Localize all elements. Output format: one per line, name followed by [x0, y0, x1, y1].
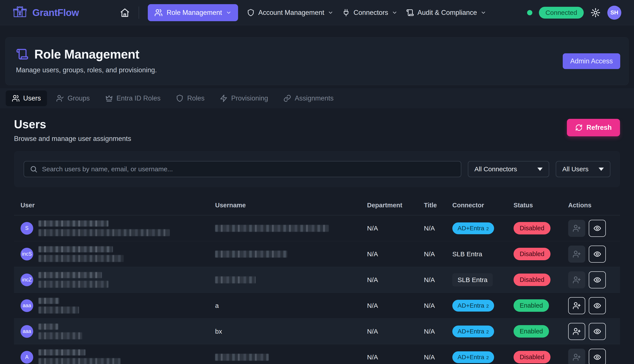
nav-item-role-management[interactable]: Role Management: [148, 4, 238, 21]
redacted-email: [39, 281, 109, 288]
redacted-name: [39, 246, 113, 252]
refresh-button[interactable]: Refresh: [567, 119, 620, 136]
gear-icon: [590, 8, 601, 18]
users-icon: [12, 94, 20, 102]
chevron-down-icon: [392, 10, 397, 16]
tab-bar: Users Groups Entra ID Roles Roles: [0, 88, 634, 108]
castle-logo-icon: [13, 6, 27, 20]
view-user-button[interactable]: [589, 349, 606, 364]
user-plus-icon: [572, 276, 581, 284]
title-value: N/A: [417, 354, 446, 361]
user-plus-icon: [572, 224, 581, 232]
plug-icon: [342, 9, 350, 16]
user-plus-icon: [572, 250, 581, 258]
tab-entra-id-roles[interactable]: Entra ID Roles: [99, 90, 167, 106]
nav-item-label: Connectors: [353, 9, 388, 16]
status-badge: Disabled: [513, 274, 550, 286]
add-user-button[interactable]: [568, 297, 585, 314]
user-plus-icon: [572, 302, 581, 310]
nav-item-audit-compliance[interactable]: Audit & Compliance: [406, 9, 486, 16]
redacted-name: [39, 272, 102, 278]
section-subtitle: Browse and manage user assignments: [14, 135, 620, 143]
redacted-email: [39, 358, 121, 364]
table-row: A N/A N/A AD+Entra2 Disabled: [14, 344, 620, 364]
tab-provisioning[interactable]: Provisioning: [214, 90, 274, 106]
department-value: N/A: [360, 276, 417, 284]
tab-groups[interactable]: Groups: [50, 90, 96, 106]
redacted-email: [39, 306, 79, 314]
avatar: S: [21, 222, 33, 235]
eye-icon: [593, 250, 601, 258]
status-badge: Enabled: [513, 299, 549, 312]
app-title: GrantFlow: [32, 7, 79, 18]
view-user-button[interactable]: [589, 323, 606, 340]
user-filter-select[interactable]: All Users: [556, 161, 610, 177]
users-table: User Username Department Title Connector…: [14, 195, 620, 364]
chevron-down-icon: [226, 10, 232, 16]
tab-users[interactable]: Users: [6, 90, 47, 106]
col-department: Department: [360, 195, 417, 215]
add-user-button[interactable]: [568, 323, 585, 340]
add-user-button[interactable]: [568, 349, 585, 364]
page-subtitle: Manage users, groups, roles, and provisi…: [16, 66, 618, 74]
filter-bar: All Connectors All Users: [14, 151, 620, 187]
home-button[interactable]: [120, 8, 130, 18]
connector-text: SLB Entra: [452, 250, 482, 258]
search-input[interactable]: [42, 166, 455, 173]
caret-down-icon: [598, 168, 604, 171]
eye-icon: [593, 327, 601, 336]
redacted-email: [39, 332, 82, 339]
avatar: aaa: [21, 299, 33, 312]
link-icon: [283, 94, 291, 102]
brand[interactable]: GrantFlow: [13, 6, 79, 20]
eye-icon: [593, 353, 601, 362]
avatar: A: [21, 351, 33, 364]
username-value: bx: [209, 328, 360, 335]
user-plus-icon: [572, 353, 581, 362]
eye-icon: [593, 224, 601, 232]
redacted-email: [39, 229, 170, 236]
users-icon: [154, 8, 163, 17]
view-user-button[interactable]: [589, 220, 606, 237]
user-filter-value: All Users: [562, 166, 588, 173]
add-user-button[interactable]: [568, 246, 585, 262]
table-header: User Username Department Title Connector…: [14, 195, 620, 216]
users-section-head: Users Browse and manage user assignments…: [14, 118, 620, 143]
connector-badge: AD+Entra2: [452, 222, 494, 234]
avatar: incS: [21, 248, 33, 260]
nav-right: Connected SH: [527, 6, 621, 20]
connector-chip: SLB Entra: [452, 273, 493, 286]
page-title: Role Management: [34, 47, 139, 62]
add-user-button[interactable]: [568, 220, 585, 237]
status-badge: Disabled: [513, 351, 550, 363]
tab-roles[interactable]: Roles: [170, 90, 211, 106]
admin-access-badge[interactable]: Admin Access: [563, 53, 620, 69]
status-badge: Enabled: [513, 325, 549, 338]
user-avatar[interactable]: SH: [607, 6, 621, 20]
view-user-button[interactable]: [589, 271, 606, 288]
refresh-icon: [575, 124, 583, 131]
nav-item-label: Account Management: [258, 9, 324, 16]
crown-icon: [105, 94, 113, 102]
table-row: incZ N/A N/A SLB Entra Disabled: [14, 267, 620, 293]
view-user-button[interactable]: [589, 297, 606, 314]
chevron-down-icon: [480, 10, 486, 16]
settings-button[interactable]: [590, 8, 601, 18]
col-title: Title: [417, 195, 446, 215]
title-value: N/A: [417, 250, 446, 258]
department-value: N/A: [360, 354, 417, 361]
view-user-button[interactable]: [589, 246, 606, 262]
tab-assignments[interactable]: Assignments: [277, 90, 340, 106]
nav-item-label: Role Management: [167, 9, 222, 16]
tab-label: Groups: [68, 94, 90, 102]
connector-badge: AD+Entra2: [452, 300, 494, 312]
nav-item-connectors[interactable]: Connectors: [342, 9, 397, 16]
add-user-button[interactable]: [568, 271, 585, 288]
redacted-username: [215, 354, 269, 361]
connector-filter-select[interactable]: All Connectors: [468, 161, 549, 177]
shield-icon: [247, 9, 255, 16]
avatar: aaa: [21, 325, 33, 338]
user-plus-icon: [572, 327, 581, 336]
status-badge: Disabled: [513, 222, 550, 234]
nav-item-account-management[interactable]: Account Management: [247, 9, 333, 16]
